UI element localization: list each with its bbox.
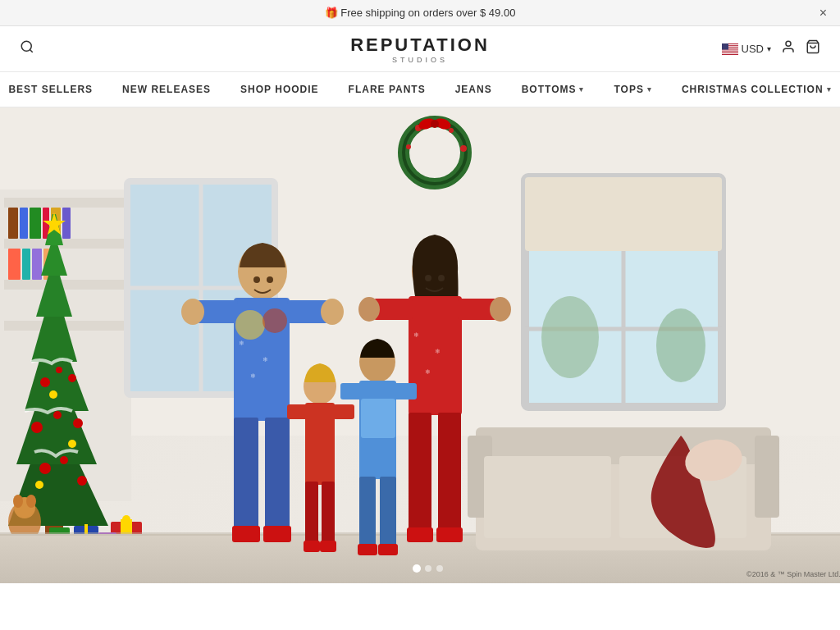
svg-rect-130 <box>359 477 376 550</box>
svg-rect-19 <box>8 208 18 239</box>
nav-item-tops[interactable]: TOPS▾ <box>599 72 666 107</box>
svg-point-44 <box>460 145 467 152</box>
svg-point-59 <box>39 463 51 474</box>
svg-point-78 <box>122 515 130 523</box>
svg-rect-128 <box>340 383 363 399</box>
svg-rect-115 <box>436 527 463 542</box>
svg-rect-102 <box>232 526 260 542</box>
svg-rect-15 <box>4 198 127 208</box>
svg-rect-6 <box>722 49 738 50</box>
svg-rect-120 <box>287 404 308 419</box>
svg-point-104 <box>253 276 260 283</box>
nav-item-new-releases[interactable]: NEW RELEASES <box>107 72 226 107</box>
search-icon[interactable] <box>20 39 34 58</box>
nav-label: JEANS <box>455 84 492 95</box>
svg-text:❄: ❄ <box>239 340 244 347</box>
nav-label: BEST SELLERS <box>8 84 93 95</box>
svg-rect-133 <box>378 544 398 555</box>
announcement-text: 🎁 Free shipping on orders over $ 49.00 <box>325 7 516 19</box>
svg-point-65 <box>40 377 50 387</box>
svg-point-143 <box>436 565 443 572</box>
user-icon[interactable] <box>781 39 796 58</box>
chevron-down-icon: ▾ <box>579 85 584 94</box>
svg-point-98 <box>235 310 265 340</box>
svg-point-116 <box>425 275 431 281</box>
svg-rect-7 <box>722 51 738 52</box>
svg-point-49 <box>431 120 439 128</box>
svg-text:❄: ❄ <box>425 368 431 376</box>
svg-rect-124 <box>304 541 320 552</box>
chevron-down-icon: ▾ <box>827 85 832 94</box>
announcement-bar: 🎁 Free shipping on orders over $ 49.00 × <box>0 0 840 26</box>
nav-item-shop-hoodie[interactable]: SHOP HOODIE <box>226 72 333 107</box>
svg-rect-20 <box>20 208 28 239</box>
svg-rect-119 <box>305 403 335 485</box>
svg-rect-16 <box>4 239 127 249</box>
svg-point-96 <box>181 299 204 325</box>
nav-label: SHOP HOODIE <box>240 84 318 95</box>
header: REPUTATION STUDIOS USD ▾ <box>0 26 840 72</box>
svg-point-111 <box>490 297 511 322</box>
nav-label: FLARE PANTS <box>349 84 426 95</box>
svg-rect-121 <box>333 404 354 419</box>
svg-point-105 <box>267 276 273 283</box>
svg-point-97 <box>321 299 344 325</box>
svg-rect-113 <box>438 413 461 534</box>
svg-point-74 <box>13 495 23 508</box>
nav-label: BOTTOMS <box>522 84 577 95</box>
currency-chevron-icon: ▾ <box>767 44 771 53</box>
svg-point-99 <box>262 308 287 333</box>
svg-rect-122 <box>305 482 318 547</box>
announcement-close-button[interactable]: × <box>819 6 827 21</box>
svg-point-66 <box>68 374 76 382</box>
svg-point-75 <box>26 495 36 508</box>
svg-point-110 <box>358 297 380 322</box>
svg-point-64 <box>53 411 62 419</box>
svg-text:❄: ❄ <box>435 348 441 355</box>
hero-image: ❄ ❄ ❄ ❄ ❄ ❄ ©2016 & ™ Spin Master Ltd. <box>0 107 840 583</box>
svg-rect-101 <box>265 418 290 532</box>
cart-icon[interactable] <box>806 39 820 58</box>
header-left <box>20 39 34 58</box>
svg-point-69 <box>68 440 76 448</box>
brand-sub: STUDIOS <box>350 56 490 64</box>
svg-point-43 <box>449 128 454 133</box>
chevron-down-icon: ▾ <box>647 85 652 94</box>
svg-text:❄: ❄ <box>250 372 256 380</box>
svg-point-39 <box>656 308 705 382</box>
nav-item-jeans[interactable]: JEANS <box>441 72 507 107</box>
svg-rect-21 <box>30 208 41 239</box>
nav-item-bottoms[interactable]: BOTTOMS▾ <box>507 72 600 107</box>
nav-item-christmas-collection[interactable]: CHRISTMAS COLLECTION▾ <box>667 72 840 107</box>
svg-rect-123 <box>322 482 335 547</box>
header-right: USD ▾ <box>722 39 820 58</box>
svg-rect-100 <box>234 418 258 532</box>
nav-label: CHRISTMAS COLLECTION <box>682 84 824 95</box>
nav-item-best-sellers[interactable]: BEST SELLERS <box>0 72 107 107</box>
svg-point-141 <box>413 564 421 573</box>
svg-point-70 <box>49 390 57 399</box>
svg-rect-9 <box>722 43 728 50</box>
svg-rect-112 <box>409 413 431 534</box>
svg-rect-8 <box>722 52 738 53</box>
nav-label: TOPS <box>614 84 643 95</box>
svg-text:❄: ❄ <box>262 356 268 363</box>
logo[interactable]: REPUTATION STUDIOS <box>350 34 490 64</box>
svg-line-1 <box>30 49 32 52</box>
svg-rect-134 <box>361 399 395 438</box>
svg-rect-103 <box>263 526 291 542</box>
currency-selector[interactable]: USD ▾ <box>722 43 771 55</box>
svg-rect-132 <box>358 544 377 555</box>
svg-point-45 <box>406 144 411 149</box>
svg-rect-131 <box>380 477 396 550</box>
hero-section: ❄ ❄ ❄ ❄ ❄ ❄ ©2016 & ™ Spin Master Ltd. <box>0 107 840 583</box>
us-flag-icon <box>722 43 738 55</box>
navbar: BEST SELLERSNEW RELEASESSHOP HOODIEFLARE… <box>0 72 840 107</box>
svg-rect-17 <box>4 280 127 290</box>
svg-point-38 <box>541 296 599 378</box>
nav-item-flare-pants[interactable]: FLARE PANTS <box>334 72 441 107</box>
svg-point-10 <box>786 41 791 46</box>
svg-text:❄: ❄ <box>413 331 419 339</box>
svg-point-63 <box>73 418 83 428</box>
svg-point-117 <box>438 275 445 281</box>
